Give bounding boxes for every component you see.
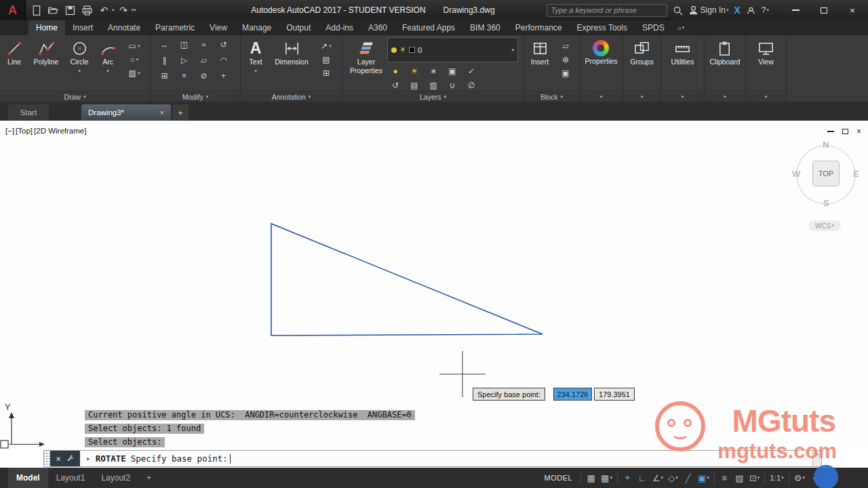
search-input[interactable]: [547, 4, 667, 17]
viewcube-east[interactable]: E: [853, 169, 859, 179]
recent-commands-icon[interactable]: ▸: [86, 454, 91, 463]
layer-walk-icon[interactable]: ▥: [427, 80, 440, 91]
panel-modify-expander[interactable]: Modify▾: [151, 91, 240, 102]
layer-delete-icon[interactable]: ∅: [465, 80, 478, 91]
new-file-icon[interactable]: [28, 3, 44, 18]
viewcube-south[interactable]: S: [823, 198, 829, 208]
isometric-drafting-icon[interactable]: ◇▾: [666, 470, 680, 486]
undo-dropdown-icon[interactable]: ▾: [112, 7, 115, 13]
offset-icon[interactable]: +: [214, 70, 233, 81]
erase-icon[interactable]: ×: [174, 70, 194, 81]
groups-button[interactable]: Groups: [630, 35, 653, 91]
ortho-mode-icon[interactable]: ∟: [635, 470, 650, 486]
tab-add-ins[interactable]: Add-ins: [318, 20, 361, 35]
tab-spds[interactable]: SPDS: [635, 20, 672, 35]
tab-output[interactable]: Output: [279, 20, 318, 35]
qat-customize-icon[interactable]: ▾: [134, 7, 136, 13]
tab-bim360[interactable]: BIM 360: [462, 20, 508, 35]
polar-tracking-icon[interactable]: ∠▾: [650, 470, 665, 486]
maximize-button[interactable]: [810, 0, 838, 20]
explode-icon[interactable]: ⊘: [194, 70, 214, 81]
model-tab[interactable]: Model: [8, 468, 48, 488]
minimize-button[interactable]: [781, 0, 810, 20]
wcs-selector[interactable]: WCS ▾: [808, 220, 841, 231]
restore-drawing-icon[interactable]: [842, 127, 848, 136]
layer-properties-button[interactable]: Layer Properties: [345, 35, 387, 91]
model-space-toggle[interactable]: MODEL: [538, 474, 578, 482]
tab-featured-apps[interactable]: Featured Apps: [395, 20, 462, 35]
close-drawing-icon[interactable]: ×: [856, 127, 861, 136]
properties-button[interactable]: Properties: [585, 35, 618, 91]
workspace-switching-icon[interactable]: ⚙▾: [792, 470, 807, 486]
trim-icon[interactable]: ▱: [194, 55, 214, 66]
layer-freeze-icon[interactable]: ∗: [427, 66, 440, 77]
layer-off-icon[interactable]: ●: [389, 66, 402, 77]
layer-previous-icon[interactable]: ↺: [389, 80, 402, 91]
panel-block-expander[interactable]: Block▾: [524, 91, 579, 102]
layer-state-icon[interactable]: ▤: [408, 80, 421, 91]
new-drawing-tab-button[interactable]: +: [172, 104, 189, 121]
layout1-tab[interactable]: Layout1: [48, 468, 94, 488]
tab-annotate[interactable]: Annotate: [100, 20, 148, 35]
help-button[interactable]: ? ▾: [762, 5, 769, 15]
clipboard-button[interactable]: Clipboard: [710, 35, 741, 91]
new-layout-button[interactable]: +: [138, 468, 159, 488]
utilities-button[interactable]: Utilities: [671, 35, 694, 91]
hatch-icon[interactable]: ▨▾: [127, 68, 141, 79]
visual-style-control[interactable]: [2D Wireframe]: [33, 127, 87, 135]
osnap-tracking-icon[interactable]: ╱: [681, 470, 695, 486]
layer-select[interactable]: ☀ 0 ▾: [387, 37, 518, 62]
fillet-icon[interactable]: ◠: [214, 55, 233, 66]
dynamic-input-x-field[interactable]: 234.1726: [553, 388, 592, 401]
dimension-button[interactable]: Dimension: [271, 35, 313, 91]
scroll-up-icon[interactable]: ▴: [816, 451, 819, 466]
close-button[interactable]: ×: [838, 0, 867, 20]
autocad-logo-icon[interactable]: A: [0, 0, 26, 20]
tab-view[interactable]: View: [202, 20, 235, 35]
panel-clipboard-expander[interactable]: ▾: [705, 91, 745, 102]
circle-button[interactable]: Circle ▾: [64, 35, 95, 91]
layer-match-icon[interactable]: ✓: [465, 66, 478, 77]
grid-display-icon[interactable]: ▦: [584, 470, 598, 486]
table-icon[interactable]: ▤: [319, 54, 333, 65]
dynamic-input-icon[interactable]: ⌖: [620, 470, 635, 486]
command-line[interactable]: × ▸ ROTATE Specify base point: ▴: [43, 450, 822, 467]
keep-me-connected-icon[interactable]: [746, 5, 756, 16]
tab-manage[interactable]: Manage: [235, 20, 279, 35]
dynamic-input-y-field[interactable]: 179.3951: [594, 388, 635, 401]
arc-button[interactable]: Arc ▾: [95, 35, 121, 91]
block-attributes-icon[interactable]: ▣: [559, 68, 572, 79]
panel-annotation-expander[interactable]: Annotation▾: [241, 91, 342, 102]
object-snap-icon[interactable]: ▣▾: [696, 470, 711, 486]
close-tab-icon[interactable]: ×: [160, 108, 164, 117]
open-file-icon[interactable]: [45, 3, 61, 18]
ellipse-icon[interactable]: ○▾: [127, 54, 141, 65]
layout2-tab[interactable]: Layout2: [93, 468, 138, 488]
viewport-menu-control[interactable]: [−]: [5, 127, 15, 135]
viewcube-west[interactable]: W: [792, 169, 800, 179]
view-button[interactable]: View: [757, 35, 774, 91]
minimize-drawing-icon[interactable]: [827, 127, 834, 136]
scale-icon[interactable]: ▷: [174, 55, 194, 66]
leader-icon[interactable]: ↗▾: [319, 41, 333, 52]
tab-parametric[interactable]: Parametric: [148, 20, 202, 35]
mirror-icon[interactable]: ∥: [155, 55, 174, 66]
close-command-line-icon[interactable]: ×: [56, 454, 60, 464]
line-button[interactable]: Line: [0, 35, 28, 91]
file-tab-drawing3[interactable]: Drawing3* ×: [81, 104, 171, 121]
lineweight-icon[interactable]: ≡: [717, 470, 732, 486]
undo-icon[interactable]: ↶: [96, 3, 112, 18]
wrench-icon[interactable]: [66, 454, 75, 463]
autodesk-exchange-icon[interactable]: X: [734, 5, 740, 16]
panel-properties-expander[interactable]: ▾: [580, 91, 623, 102]
triangle-shape[interactable]: [271, 224, 542, 336]
rotate-icon[interactable]: ↺: [214, 39, 233, 50]
panel-view-expander[interactable]: ▾: [746, 91, 786, 102]
tab-performance[interactable]: Performance: [508, 20, 570, 35]
command-line-grip[interactable]: [44, 451, 50, 466]
layer-merge-icon[interactable]: ∪: [446, 80, 459, 91]
panel-groups-expander[interactable]: ▾: [623, 91, 660, 102]
tab-home[interactable]: Home: [28, 20, 65, 35]
move-icon[interactable]: ↔: [155, 39, 174, 50]
panel-draw-expander[interactable]: Draw▾: [0, 91, 150, 102]
